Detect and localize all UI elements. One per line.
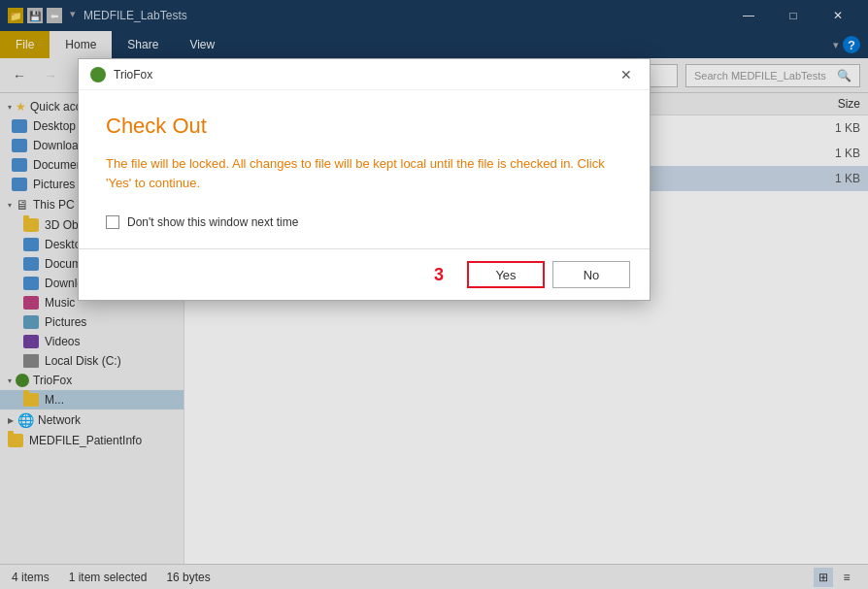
dialog-title-text: TrioFox (114, 68, 615, 82)
step-number: 3 (434, 265, 444, 285)
dialog-body: Check Out The file will be locked. All c… (79, 90, 650, 248)
dialog-checkbox-row: Don't show this window next time (106, 215, 622, 229)
dont-show-checkbox[interactable] (106, 215, 119, 229)
dialog-heading: Check Out (106, 114, 622, 139)
dialog-overlay: TrioFox ✕ Check Out The file will be loc… (0, 0, 868, 589)
dont-show-label: Don't show this window next time (127, 215, 298, 229)
dialog-footer: 3 Yes No (79, 248, 650, 300)
main-window: 📁 💾 ⬅ ▾ MEDFILE_LabTests — □ ✕ File Home… (0, 0, 868, 589)
dialog-title-bar: TrioFox ✕ (79, 59, 650, 90)
checkout-dialog: TrioFox ✕ Check Out The file will be loc… (78, 58, 651, 301)
dialog-close-button[interactable]: ✕ (615, 63, 638, 86)
no-button[interactable]: No (552, 261, 630, 288)
dialog-app-icon (90, 67, 106, 82)
yes-button[interactable]: Yes (467, 261, 545, 288)
dialog-message: The file will be locked. All changes to … (106, 154, 622, 192)
